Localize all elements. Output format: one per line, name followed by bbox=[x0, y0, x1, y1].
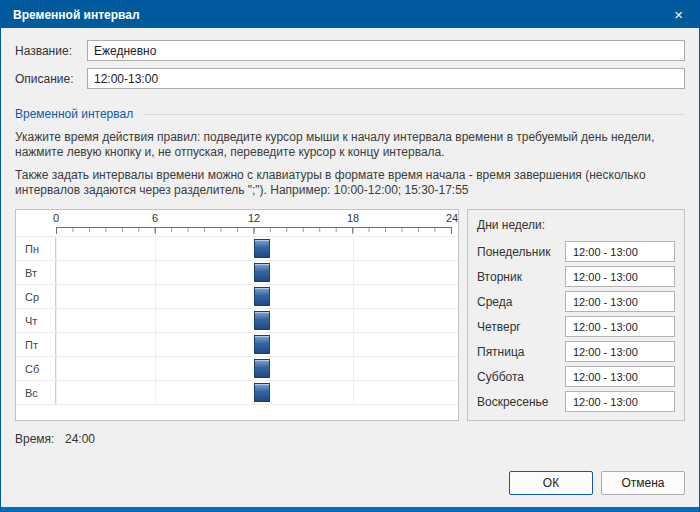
grid-row-thursday: Чт bbox=[16, 309, 458, 333]
day-label: Пятница bbox=[477, 345, 525, 359]
time-label: Время: bbox=[15, 432, 65, 446]
day-track[interactable] bbox=[56, 309, 452, 332]
time-axis: 0 6 12 18 24 bbox=[16, 210, 458, 236]
interval-block[interactable] bbox=[254, 263, 270, 282]
axis-label-24: 24 bbox=[446, 212, 458, 224]
day-row-wednesday: Среда bbox=[477, 291, 675, 312]
wednesday-time-input[interactable] bbox=[565, 291, 675, 312]
tuesday-time-input[interactable] bbox=[565, 266, 675, 287]
day-track[interactable] bbox=[56, 333, 452, 356]
name-label: Название: bbox=[15, 44, 87, 58]
ok-button[interactable]: ОК bbox=[509, 471, 593, 495]
day-track[interactable] bbox=[56, 237, 452, 260]
week-days-header: Дни недели: bbox=[477, 218, 675, 232]
day-row-sunday: Воскресенье bbox=[477, 391, 675, 412]
dialog-content: Название: Описание: Временной интервал У… bbox=[1, 28, 699, 507]
axis-track: 0 6 12 18 24 bbox=[56, 210, 452, 236]
grid-rows: Пн Вт Ср Чт bbox=[16, 236, 458, 405]
day-abbrev: Вс bbox=[16, 381, 56, 404]
grid-row-monday: Пн bbox=[16, 237, 458, 261]
day-row-thursday: Четверг bbox=[477, 316, 675, 337]
saturday-time-input[interactable] bbox=[565, 366, 675, 387]
day-track[interactable] bbox=[56, 381, 452, 404]
axis-spacer bbox=[16, 210, 56, 236]
interval-block[interactable] bbox=[254, 311, 270, 330]
interval-block[interactable] bbox=[254, 287, 270, 306]
day-abbrev: Пн bbox=[16, 237, 56, 260]
schedule-grid[interactable]: 0 6 12 18 24 Пн Вт bbox=[15, 209, 459, 421]
day-row-saturday: Суббота bbox=[477, 366, 675, 387]
interval-block[interactable] bbox=[254, 383, 270, 402]
window-bottom-edge bbox=[1, 507, 699, 511]
day-abbrev: Вт bbox=[16, 261, 56, 284]
instructions-paragraph-2: Также задать интервалы времени можно с к… bbox=[15, 168, 683, 199]
day-row-friday: Пятница bbox=[477, 341, 675, 362]
week-days-panel: Дни недели: Понедельник Вторник Среда Че… bbox=[467, 209, 685, 421]
grid-row-sunday: Вс bbox=[16, 381, 458, 405]
description-row: Описание: bbox=[15, 68, 685, 89]
day-label: Понедельник bbox=[477, 245, 550, 259]
day-label: Среда bbox=[477, 295, 512, 309]
section-divider bbox=[143, 114, 685, 115]
description-label: Описание: bbox=[15, 72, 87, 86]
section-title: Временной интервал bbox=[15, 107, 133, 121]
day-abbrev: Пт bbox=[16, 333, 56, 356]
interval-block[interactable] bbox=[254, 335, 270, 354]
day-label: Вторник bbox=[477, 270, 522, 284]
day-row-monday: Понедельник bbox=[477, 241, 675, 262]
description-input[interactable] bbox=[87, 68, 685, 89]
main-area: 0 6 12 18 24 Пн Вт bbox=[15, 209, 685, 421]
window-title: Временной интервал bbox=[13, 8, 140, 22]
day-abbrev: Ср bbox=[16, 285, 56, 308]
grid-row-wednesday: Ср bbox=[16, 285, 458, 309]
name-row: Название: bbox=[15, 40, 685, 61]
axis-label-12: 12 bbox=[248, 212, 260, 224]
section-header: Временной интервал bbox=[15, 107, 685, 121]
axis-label-6: 6 bbox=[152, 212, 158, 224]
interval-block[interactable] bbox=[254, 359, 270, 378]
day-label: Четверг bbox=[477, 320, 521, 334]
instructions-paragraph-1: Укажите время действия правил: подведите… bbox=[15, 130, 683, 161]
monday-time-input[interactable] bbox=[565, 241, 675, 262]
total-time-row: Время: 24:00 bbox=[15, 432, 685, 446]
axis-label-0: 0 bbox=[53, 212, 59, 224]
friday-time-input[interactable] bbox=[565, 341, 675, 362]
grid-row-saturday: Сб bbox=[16, 357, 458, 381]
cancel-button[interactable]: Отмена bbox=[601, 471, 685, 495]
day-abbrev: Сб bbox=[16, 357, 56, 380]
grid-row-friday: Пт bbox=[16, 333, 458, 357]
day-abbrev: Чт bbox=[16, 309, 56, 332]
day-track[interactable] bbox=[56, 285, 452, 308]
title-bar: Временной интервал × bbox=[1, 1, 699, 28]
name-input[interactable] bbox=[87, 40, 685, 61]
sunday-time-input[interactable] bbox=[565, 391, 675, 412]
interval-block[interactable] bbox=[254, 239, 270, 258]
axis-ruler bbox=[56, 227, 452, 234]
dialog-buttons: ОК Отмена bbox=[509, 471, 685, 495]
day-label: Воскресенье bbox=[477, 395, 549, 409]
day-track[interactable] bbox=[56, 357, 452, 380]
time-value: 24:00 bbox=[65, 432, 95, 446]
day-label: Суббота bbox=[477, 370, 524, 384]
axis-label-18: 18 bbox=[347, 212, 359, 224]
day-track[interactable] bbox=[56, 261, 452, 284]
day-row-tuesday: Вторник bbox=[477, 266, 675, 287]
thursday-time-input[interactable] bbox=[565, 316, 675, 337]
time-interval-dialog: Временной интервал × Название: Описание:… bbox=[0, 0, 700, 512]
grid-row-tuesday: Вт bbox=[16, 261, 458, 285]
close-icon[interactable]: × bbox=[670, 5, 687, 24]
